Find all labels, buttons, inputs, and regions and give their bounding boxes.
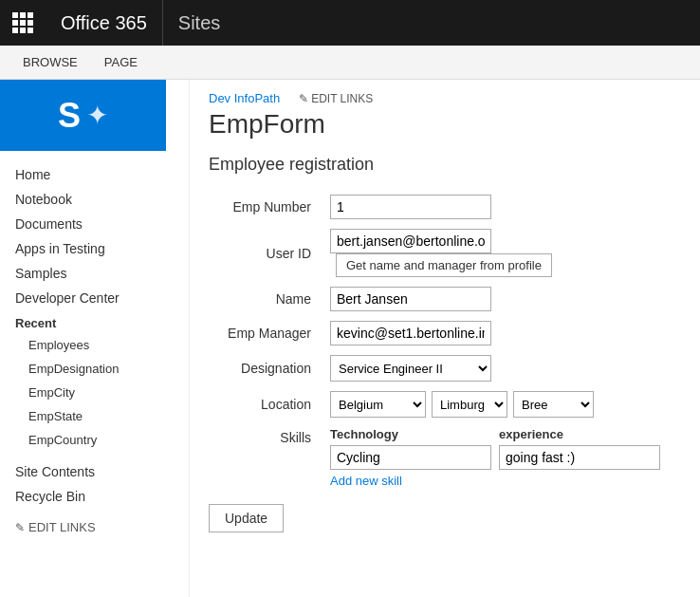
sidebar-edit-links-label: EDIT LINKS [28,520,96,534]
emp-manager-cell [322,316,681,350]
sidebar-item-emp-designation[interactable]: EmpDesignation [0,357,189,381]
location-label: Location [209,386,322,422]
emp-manager-input[interactable] [330,321,491,345]
sidebar-item-emp-city[interactable]: EmpCity [0,381,189,404]
sidebar-nav: Home Notebook Documents Apps in Testing … [0,159,189,513]
emp-number-input[interactable] [330,195,491,219]
skills-row: Skills Technology experience Add new ski… [209,422,681,493]
add-skill-link[interactable]: Add new skill [330,474,673,488]
emp-manager-row: Emp Manager [209,316,681,350]
emp-manager-label: Emp Manager [209,316,322,350]
main-layout: S ✦ Home Notebook Documents Apps in Test… [0,80,700,597]
sidebar-item-samples[interactable]: Samples [0,261,189,286]
user-id-input[interactable] [330,229,491,253]
name-label: Name [209,282,322,316]
location-selects: Belgium Netherlands Germany France Limbu… [330,391,673,418]
grid-icon [12,12,33,33]
app-title: Office 365 [46,0,163,46]
app-grid-button[interactable] [0,0,46,46]
breadcrumb: Dev InfoPath ✎ EDIT LINKS [209,91,681,105]
location-row: Location Belgium Netherlands Germany Fra… [209,386,681,422]
logo-icon: ✦ [86,100,108,131]
emp-number-row: Emp Number [209,190,681,224]
top-bar: Office 365 Sites [0,0,700,46]
sidebar-item-apps-in-testing[interactable]: Apps in Testing [0,236,189,261]
location-city-select[interactable]: Bree Hasselt Genk Tongeren [513,391,594,418]
breadcrumb-edit-links[interactable]: ✎ EDIT LINKS [299,92,373,105]
name-cell [322,282,681,316]
breadcrumb-edit-label: EDIT LINKS [311,92,373,105]
location-country-select[interactable]: Belgium Netherlands Germany France [330,391,426,418]
sidebar-item-emp-state[interactable]: EmpState [0,404,189,428]
sidebar-edit-links-button[interactable]: ✎ EDIT LINKS [0,513,189,542]
tab-page[interactable]: PAGE [93,47,149,79]
tab-browse[interactable]: BROWSE [11,47,89,79]
skill1-exp-input[interactable] [499,445,660,470]
skill1-tech-input[interactable] [330,445,491,470]
breadcrumb-path[interactable]: Dev InfoPath [209,91,280,105]
emp-number-label: Emp Number [209,190,322,224]
pencil-icon: ✎ [15,521,25,534]
skills-col2-label: experience [499,427,563,441]
user-id-row: User ID Get name and manager from profil… [209,224,681,282]
sidebar-item-recycle-bin[interactable]: Recycle Bin [0,484,189,509]
sidebar-item-emp-country[interactable]: EmpCountry [0,428,189,452]
skills-header: Technology experience [330,427,673,441]
designation-label: Designation [209,350,322,386]
skills-cell: Technology experience Add new skill [322,422,681,493]
page-title: EmpForm [209,109,681,140]
skills-label: Skills [209,422,322,493]
form-title: Employee registration [209,155,681,175]
user-id-label: User ID [209,224,322,282]
emp-number-cell [322,190,681,224]
get-profile-button[interactable]: Get name and manager from profile [336,253,552,277]
sidebar: S ✦ Home Notebook Documents Apps in Test… [0,80,190,597]
sidebar-item-developer-center[interactable]: Developer Center [0,286,189,310]
content-area: Dev InfoPath ✎ EDIT LINKS EmpForm Employ… [190,80,700,597]
skill-row-1 [330,445,673,470]
user-id-cell: Get name and manager from profile [322,224,681,282]
browse-bar: BROWSE PAGE [0,46,700,80]
recent-items: Employees EmpDesignation EmpCity EmpStat… [0,333,189,452]
designation-row: Designation Service Engineer II Software… [209,350,681,386]
name-input[interactable] [330,287,491,311]
name-row: Name [209,282,681,316]
edit-pencil-icon: ✎ [299,92,308,105]
sidebar-item-site-contents[interactable]: Site Contents [0,459,189,484]
designation-select[interactable]: Service Engineer II Software Engineer Ma… [330,355,491,382]
update-button[interactable]: Update [209,504,284,532]
sidebar-item-documents[interactable]: Documents [0,212,189,236]
designation-cell: Service Engineer II Software Engineer Ma… [322,350,681,386]
location-cell: Belgium Netherlands Germany France Limbu… [322,386,681,422]
skills-col1-label: Technology [330,427,491,441]
logo-s: S [58,96,81,136]
recent-label: Recent [0,310,189,333]
sidebar-logo: S ✦ [0,80,166,151]
sidebar-item-home[interactable]: Home [0,162,189,187]
location-region-select[interactable]: Limburg Antwerp Ghent Brussels [432,391,507,418]
site-title: Sites [163,12,235,34]
sidebar-item-employees[interactable]: Employees [0,333,189,357]
employee-form: Emp Number User ID Get name and manager … [209,190,681,493]
sidebar-item-notebook[interactable]: Notebook [0,187,189,212]
